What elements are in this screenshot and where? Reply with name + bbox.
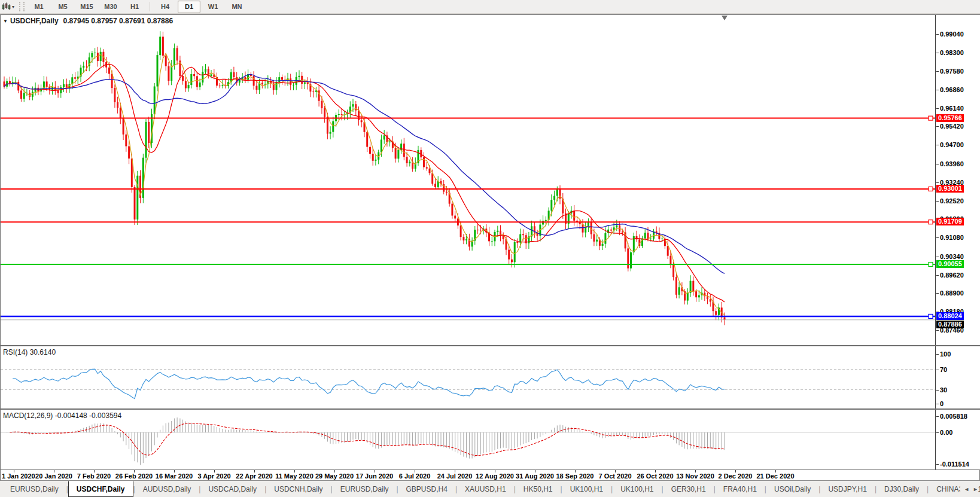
date-axis-label: 7 Feb 2020	[77, 472, 111, 480]
chart-tab-usdchf-daily[interactable]: USDCHF,Daily	[68, 481, 133, 497]
tab-scroll-controls: ◄ ►	[960, 481, 978, 497]
chart-tab-eurusd-daily[interactable]: EURUSD,Daily	[2, 481, 66, 497]
chart-tab-usdcad-daily[interactable]: USDCAD,Daily	[200, 481, 264, 497]
main-chart-pane: ▼USDCHF,Daily0.87945 0.87957 0.87691 0.8…	[0, 14, 980, 346]
current-price-label: 0.87886	[936, 321, 964, 328]
rsi-axis-label: 30	[940, 386, 947, 394]
macd-indicator-values: -0.004148 -0.003594	[55, 411, 121, 420]
chart-tab-dj30-daily[interactable]: DJ30,Daily	[876, 481, 927, 497]
hline-price-label: 0.90055	[936, 260, 964, 268]
chart-tab-xauusd-h1[interactable]: XAUUSD,H1	[457, 481, 514, 497]
macd-axis-label: -0.011514	[940, 461, 969, 468]
timeframe-button-h1[interactable]: H1	[123, 1, 146, 13]
date-axis-label: 24 Jul 2020	[437, 472, 473, 480]
pane-splitter[interactable]	[0, 408, 980, 410]
timeframe-button-m5[interactable]: M5	[51, 1, 74, 13]
timeframe-button-m30[interactable]: M30	[99, 1, 122, 13]
date-axis-label: 16 Mar 2020	[156, 472, 193, 480]
timeframe-button-d1[interactable]: D1	[178, 1, 200, 13]
chart-tab-fra40-h1[interactable]: FRA40,H1	[716, 481, 765, 497]
date-axis-label: 18 Sep 2020	[556, 472, 594, 480]
price-axis-label: 0.94700	[940, 141, 964, 149]
price-axis-label: 0.99040	[940, 31, 964, 38]
price-axis-label: 0.96860	[940, 86, 964, 94]
chart-tab-eurusd-daily[interactable]: EURUSD,Daily	[333, 481, 397, 497]
chart-menu-button[interactable]: ▾	[0, 2, 17, 11]
chart-tab-uk100-h1[interactable]: UK100,H1	[562, 481, 611, 497]
date-axis-label: 22 Apr 2020	[236, 472, 272, 480]
chart-collapse-icon[interactable]: ▼	[3, 19, 8, 24]
hline-price-label: 0.93001	[936, 185, 964, 193]
date-axis-label: 31 Aug 2020	[516, 472, 554, 480]
tab-scroll-left-icon[interactable]: ◄	[964, 486, 969, 492]
pane-splitter[interactable]	[0, 344, 980, 347]
tab-scroll-right-icon[interactable]: ►	[973, 486, 978, 492]
macd-indicator-pane: MACD(12,26,9) -0.004148 -0.003594 0.0058…	[0, 409, 980, 470]
timeframe-buttons: M1M5M15M30H1H4D1W1MN	[27, 1, 249, 13]
chart-tab-ger30-h1[interactable]: GER30,H1	[664, 481, 714, 497]
date-axis-label: 11 May 2020	[275, 472, 314, 480]
chart-menu-dropdown-icon[interactable]: ▾	[12, 4, 14, 10]
rsi-axis: 10070300	[935, 346, 980, 408]
price-axis-label: 0.89620	[940, 272, 964, 279]
price-axis-label: 0.91080	[940, 234, 964, 242]
hline-price-label: 0.91709	[936, 218, 964, 225]
date-axis-label: 2 Dec 2020	[719, 472, 753, 480]
date-axis-label: 20 Jan 2020	[35, 472, 72, 480]
macd-label: MACD(12,26,9) -0.004148 -0.003594	[3, 411, 121, 420]
rsi-axis-label: 100	[940, 350, 951, 358]
price-axis-label: 0.88900	[940, 289, 964, 297]
price-axis: 0.990400.983000.975800.968600.961400.954…	[935, 15, 980, 345]
chart-symbol-label: USDCHF,Daily	[10, 17, 59, 25]
macd-axis: 0.0058180.00-0.011514	[935, 410, 980, 469]
candlestick-chart-icon	[2, 2, 11, 11]
date-axis-label: 17 Jun 2020	[356, 472, 393, 480]
hline-price-label: 0.88024	[936, 312, 964, 320]
date-axis: 1 Jan 202020 Jan 20207 Feb 202026 Feb 20…	[0, 470, 980, 480]
timeframe-button-mn[interactable]: MN	[226, 1, 248, 13]
rsi-label: RSI(14) 30.6140	[3, 348, 56, 356]
rsi-indicator-value: 30.6140	[30, 348, 56, 356]
date-axis-label: 6 Jul 2020	[399, 472, 431, 480]
chart-ohlc-values: 0.87945 0.87957 0.87691 0.87886	[63, 17, 174, 25]
macd-indicator-name: MACD(12,26,9)	[3, 411, 53, 420]
timeframe-toolbar: ▾ M1M5M15M30H1H4D1W1MN	[0, 0, 980, 14]
timeframe-button-m15[interactable]: M15	[75, 1, 98, 13]
toolbar-grip-handle[interactable]	[19, 2, 25, 11]
date-axis-label: 1 Jan 2020	[2, 472, 35, 480]
date-axis-label: 7 Oct 2020	[598, 472, 631, 480]
chart-tab-audusd-daily[interactable]: AUDUSD,Daily	[135, 481, 199, 497]
rsi-chart-canvas[interactable]	[1, 346, 935, 408]
chart-tab-bar: EURUSD,Daily|USDCHF,Daily|AUDUSD,Daily|U…	[0, 480, 980, 497]
price-axis-label: 0.92520	[940, 197, 964, 205]
price-axis-label: 0.93960	[940, 160, 964, 168]
chart-tab-uk100-h1[interactable]: UK100,H1	[613, 481, 661, 497]
date-axis-label: 26 Oct 2020	[637, 472, 673, 480]
price-axis-label: 0.90340	[940, 253, 964, 261]
macd-axis-label: 0.00	[940, 429, 952, 437]
date-axis-label: 21 Dec 2020	[757, 472, 795, 480]
chart-title: ▼USDCHF,Daily0.87945 0.87957 0.87691 0.8…	[3, 17, 173, 25]
mt4-terminal: { "toolbar": { "chart_menu_icon": "candl…	[0, 0, 980, 497]
date-axis-label: 13 Nov 2020	[676, 472, 714, 480]
chart-tab-usdjpy-h1[interactable]: USDJPY,H1	[820, 481, 874, 497]
timeframe-button-w1[interactable]: W1	[202, 1, 224, 13]
rsi-indicator-name: RSI(14)	[3, 348, 28, 356]
chart-tab-usoil-daily[interactable]: USOil,Daily	[766, 481, 818, 497]
price-axis-label: 0.97580	[940, 68, 964, 75]
chart-tab-hk50-h1[interactable]: HK50,H1	[516, 481, 561, 497]
date-axis-label: 3 Apr 2020	[197, 472, 230, 480]
date-axis-label: 26 Feb 2020	[115, 472, 153, 480]
chart-tab-gbpusd-h4[interactable]: GBPUSD,H4	[398, 481, 455, 497]
macd-chart-canvas[interactable]	[1, 410, 935, 469]
rsi-indicator-pane: RSI(14) 30.6140 10070300	[0, 346, 980, 409]
timeframe-button-h4[interactable]: H4	[154, 1, 176, 13]
timeframe-button-m1[interactable]: M1	[28, 1, 50, 13]
main-chart-canvas[interactable]	[1, 15, 935, 345]
chart-tab-usdcnh-daily[interactable]: USDCNH,Daily	[266, 481, 330, 497]
price-axis-label: 0.98300	[940, 49, 964, 57]
rsi-axis-label: 0	[940, 400, 944, 408]
date-axis-label: 29 May 2020	[315, 472, 354, 480]
macd-axis-label: 0.005818	[940, 413, 967, 420]
rsi-axis-label: 70	[940, 366, 947, 374]
